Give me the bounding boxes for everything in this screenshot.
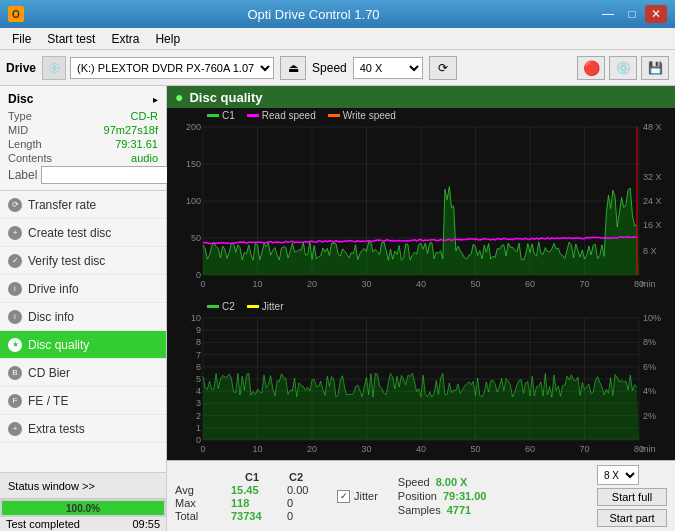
samples-label: Samples [398,504,441,516]
create-test-disc-icon: + [8,226,22,240]
drive-label: Drive [6,61,36,75]
disc-quality-icon: ★ [8,338,22,352]
chart-speed-select[interactable]: 8 X [597,465,639,485]
drive-icon: 💿 [42,56,66,80]
action-area: 8 X Start full Start part [597,465,667,527]
close-button[interactable]: ✕ [645,5,667,23]
samples-value: 4771 [447,504,471,516]
c1-chart-area: C1 Read speed Write speed [167,108,675,299]
disc-length-label: Length [8,138,42,150]
burn-button[interactable]: 💿 [609,56,637,80]
sidebar: Disc ▸ Type CD-R MID 97m27s18f Length 79… [0,86,167,531]
disc-contents-label: Contents [8,152,52,164]
position-value: 79:31.00 [443,490,486,502]
cd-bier-icon: B [8,366,22,380]
stats-spacer [175,471,215,483]
start-part-button[interactable]: Start part [597,509,667,527]
stats-avg-c2: 0.00 [287,484,317,496]
status-text: Test completed [6,518,80,530]
jitter-label: Jitter [354,490,378,502]
legend-jitter-color [247,305,259,308]
menu-extra[interactable]: Extra [103,30,147,48]
c1-chart-canvas [167,121,675,295]
drive-select[interactable]: (K:) PLEXTOR DVDR PX-760A 1.07 [70,57,274,79]
disc-type-label: Type [8,110,32,122]
progress-bar-container: 100.0% [0,499,166,517]
stats-col-headers: C1 C2 [175,471,317,483]
main-layout: Disc ▸ Type CD-R MID 97m27s18f Length 79… [0,86,675,531]
drive-selector: 💿 (K:) PLEXTOR DVDR PX-760A 1.07 [42,56,274,80]
start-full-button[interactable]: Start full [597,488,667,506]
disc-type-value: CD-R [131,110,159,122]
samples-row: Samples 4771 [398,504,487,516]
fe-te-icon: F [8,394,22,408]
stats-total-c1: 73734 [231,510,271,522]
save-button[interactable]: 💾 [641,56,669,80]
c2-chart-area: C2 Jitter [167,299,675,460]
legend-read-speed: Read speed [247,110,316,121]
sidebar-item-cd-bier[interactable]: B CD Bier [0,359,166,387]
legend-write-speed: Write speed [328,110,396,121]
legend-c1: C1 [207,110,235,121]
minimize-button[interactable]: — [597,5,619,23]
stats-total-label: Total [175,510,215,522]
speed-select[interactable]: 40 X [353,57,423,79]
menu-file[interactable]: File [4,30,39,48]
speed-row: Speed 8.00 X [398,476,487,488]
jitter-checkbox[interactable]: ✓ [337,490,350,503]
speed-label: Speed [312,61,347,75]
chart1-legend: C1 Read speed Write speed [167,108,675,121]
menu-help[interactable]: Help [147,30,188,48]
speed-label: Speed [398,476,430,488]
drive-info-icon: i [8,282,22,296]
stats-max-label: Max [175,497,215,509]
chart2-legend: C2 Jitter [167,299,675,312]
stats-avg-row: Avg 15.45 0.00 [175,484,317,496]
panel-header: ● Disc quality [167,86,675,108]
window-title: Opti Drive Control 1.70 [30,7,597,22]
sidebar-item-drive-info[interactable]: i Drive info [0,275,166,303]
menu-start-test[interactable]: Start test [39,30,103,48]
stats-avg-label: Avg [175,484,215,496]
sidebar-item-extra-tests[interactable]: + Extra tests [0,415,166,443]
nav-menu: ⟳ Transfer rate + Create test disc ✓ Ver… [0,191,166,443]
stats-total-c2: 0 [287,510,317,522]
eject-button[interactable]: ⏏ [280,56,306,80]
status-time: 09:55 [132,518,160,530]
status-window-button[interactable]: Status window >> [0,473,166,499]
speed-stats: Speed 8.00 X Position 79:31.00 Samples 4… [398,476,487,516]
legend-read-speed-label: Read speed [262,110,316,121]
progress-text: 100.0% [66,503,100,514]
legend-c2: C2 [207,301,235,312]
legend-c2-color [207,305,219,308]
sidebar-item-disc-info[interactable]: i Disc info [0,303,166,331]
sidebar-item-fe-te[interactable]: F FE / TE [0,387,166,415]
menu-bar: File Start test Extra Help [0,28,675,50]
stats-max-c1: 118 [231,497,271,509]
sidebar-status: Status window >> 100.0% Test completed 0… [0,472,166,531]
disc-collapse-button[interactable]: ▸ [153,94,158,105]
stats-bar: C1 C2 Avg 15.45 0.00 Max 118 0 Total 737… [167,460,675,531]
disc-info-icon: i [8,310,22,324]
disc-label-input[interactable] [41,166,170,184]
sidebar-item-create-test-disc[interactable]: + Create test disc [0,219,166,247]
legend-jitter: Jitter [247,301,284,312]
speed-refresh-button[interactable]: ⟳ [429,56,457,80]
position-label: Position [398,490,437,502]
progress-bar: 100.0% [2,501,164,515]
sidebar-item-disc-quality[interactable]: ★ Disc quality [0,331,166,359]
sidebar-item-verify-test-disc[interactable]: ✓ Verify test disc [0,247,166,275]
stats-max-row: Max 118 0 [175,497,317,509]
disc-title: Disc [8,92,33,106]
disc-panel: Disc ▸ Type CD-R MID 97m27s18f Length 79… [0,86,166,191]
c2-chart-canvas [167,312,675,460]
stats-avg-c1: 15.45 [231,484,271,496]
stats-c2-header: C2 [289,471,303,483]
legend-write-speed-color [328,114,340,117]
speed-value: 8.00 X [436,476,468,488]
erase-button[interactable]: 🔴 [577,56,605,80]
maximize-button[interactable]: □ [621,5,643,23]
verify-test-disc-icon: ✓ [8,254,22,268]
sidebar-item-transfer-rate[interactable]: ⟳ Transfer rate [0,191,166,219]
stats-c1-header: C1 [245,471,259,483]
